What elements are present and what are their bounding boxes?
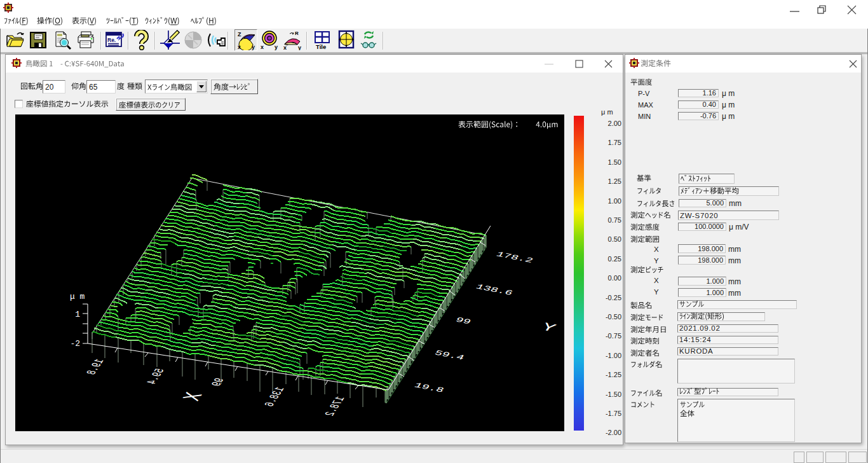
svg-text:19.8: 19.8 bbox=[412, 382, 445, 394]
svg-text:99: 99 bbox=[454, 316, 473, 326]
svg-text:μ m: μ m bbox=[70, 292, 85, 301]
svg-text:R: R bbox=[295, 31, 299, 36]
svg-text:Y: Y bbox=[539, 321, 559, 335]
svg-text:1: 1 bbox=[75, 310, 80, 319]
svg-text:Re.: Re. bbox=[107, 37, 116, 43]
svg-text:x: x bbox=[261, 44, 264, 50]
svg-text:y: y bbox=[298, 45, 301, 50]
svg-text:59.4: 59.4 bbox=[144, 368, 168, 385]
svg-text:x: x bbox=[283, 45, 287, 50]
svg-text:x: x bbox=[238, 44, 241, 50]
svg-text:178.2: 178.2 bbox=[323, 396, 348, 417]
svg-text:59.4: 59.4 bbox=[433, 349, 466, 362]
svg-text:178.2: 178.2 bbox=[494, 251, 535, 265]
svg-text:y: y bbox=[252, 44, 255, 50]
svg-text:19.8: 19.8 bbox=[84, 358, 107, 376]
svg-text:X: X bbox=[179, 390, 209, 403]
svg-text:Tile: Tile bbox=[316, 43, 326, 50]
svg-text:138.6: 138.6 bbox=[262, 386, 288, 408]
svg-text:138.6: 138.6 bbox=[474, 283, 515, 297]
svg-text:y: y bbox=[275, 44, 278, 50]
svg-text:99: 99 bbox=[209, 377, 227, 387]
svg-text:Z: Z bbox=[238, 31, 241, 38]
svg-text:-2: -2 bbox=[70, 339, 80, 349]
